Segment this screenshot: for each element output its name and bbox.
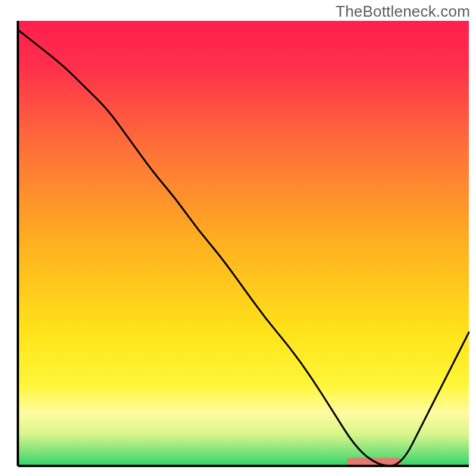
bottleneck-chart (0, 0, 476, 476)
